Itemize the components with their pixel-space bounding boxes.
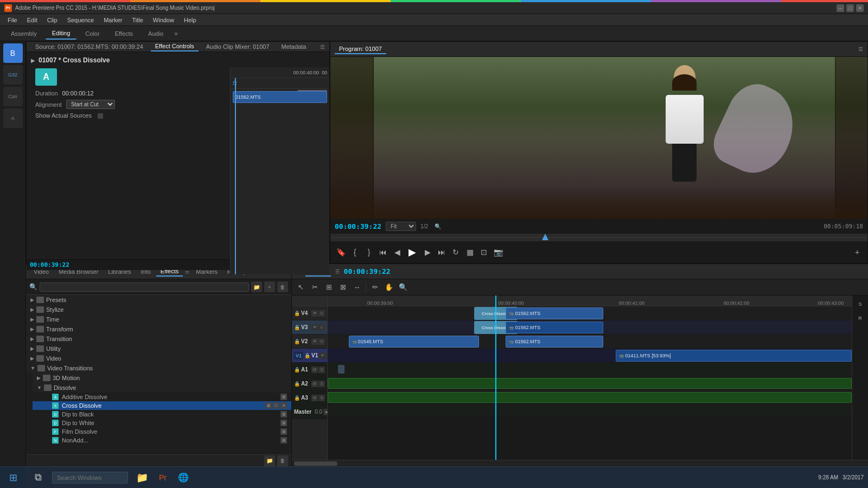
v1-active-indicator[interactable]: V1 — [294, 352, 303, 359]
category-3d-motion-header[interactable]: ▶ 3D Motion — [33, 373, 291, 383]
new-effect-button[interactable]: + — [264, 281, 275, 292]
slip-tool[interactable]: ↔ — [350, 281, 363, 294]
program-menu-icon[interactable]: ☰ — [858, 46, 863, 52]
workspace-color[interactable]: Color — [79, 28, 106, 39]
v2-lock-icon[interactable]: 🔒 — [294, 339, 300, 344]
ripple-tool[interactable]: ⊞ — [322, 281, 335, 294]
taskbar-chrome[interactable]: 🌐 — [174, 468, 193, 487]
menu-window[interactable]: Window — [149, 16, 178, 24]
add-marker-button[interactable]: 🔖 — [335, 246, 347, 258]
v4-eye-icon[interactable]: 👁 — [311, 310, 318, 317]
minimize-button[interactable]: ─ — [837, 4, 844, 12]
roll-tool[interactable]: ⊠ — [336, 281, 349, 294]
panel-menu-icon[interactable]: ☰ — [320, 44, 325, 50]
a2-s-icon[interactable]: S — [318, 381, 325, 387]
effects-search-input[interactable] — [40, 282, 249, 292]
a1-lock-icon[interactable]: 🔒 — [294, 367, 300, 373]
delete-effect-button[interactable]: 🗑 — [277, 281, 288, 292]
step-forward-button[interactable]: ▶ — [422, 246, 433, 258]
maximize-button[interactable]: □ — [846, 4, 854, 12]
v3-sync-icon[interactable]: ⊙ — [318, 324, 325, 331]
v1-lock-icon[interactable]: 🔒 — [304, 353, 310, 358]
workspace-assembly[interactable]: Assembly — [4, 28, 43, 39]
timeline-content[interactable]: 00:00:39:00 00:00:40:00 00:00:41:00 00:0… — [328, 296, 852, 460]
a3-s-icon[interactable]: S — [318, 395, 325, 401]
tab-audio-mixer[interactable]: Audio Clip Mixer: 01007 — [202, 42, 274, 51]
workspace-more[interactable]: » — [174, 30, 178, 37]
a2-lock-icon[interactable]: 🔒 — [294, 381, 300, 387]
duration-value[interactable]: 00:00:00:12 — [62, 90, 94, 97]
category-transform-header[interactable]: ▶ Transform — [26, 324, 291, 334]
v4-lock-icon[interactable]: 🔒 — [294, 311, 300, 316]
start-button[interactable]: ⊞ — [0, 467, 26, 489]
v3-eye-icon[interactable]: 👁 — [311, 324, 318, 331]
clip-v3-01562[interactable]: 📹 01562.MTS — [506, 322, 603, 333]
program-scrubber[interactable] — [330, 234, 867, 241]
tl-right-r[interactable]: R — [854, 312, 867, 325]
v3-lock-icon[interactable]: 🔒 — [294, 325, 300, 330]
a1-s-icon[interactable]: S — [318, 367, 325, 373]
safe-margin-button[interactable]: ▦ — [464, 246, 476, 258]
menu-marker[interactable]: Marker — [99, 16, 126, 24]
a1-m-icon[interactable]: M — [311, 367, 318, 373]
out-point-button[interactable]: } — [363, 246, 375, 258]
clip-v2-01545[interactable]: 📹 01545.MTS — [349, 336, 479, 348]
pen-tool[interactable]: ✏ — [368, 281, 381, 294]
item-nonadd[interactable]: N NonAdd... ▦ — [33, 436, 291, 445]
play-button[interactable]: ▶ — [405, 245, 419, 259]
sidebar-icon-con[interactable]: Con — [3, 87, 23, 106]
clip-v4-01562[interactable]: 📹 01562.MTS — [506, 307, 603, 319]
a2-m-icon[interactable]: M — [311, 381, 318, 387]
item-film-dissolve[interactable]: F Film Dissolve ▦ — [33, 427, 291, 436]
go-to-in-button[interactable]: ⏮ — [377, 246, 389, 258]
insert-button[interactable]: + — [851, 246, 863, 258]
alignment-select[interactable]: Start at Cut Center at Cut End at Cut — [66, 100, 115, 109]
category-presets-header[interactable]: ▶ Presets — [26, 295, 291, 305]
clip-v1-01411[interactable]: 📹 01411.MTS [53:93%] — [616, 350, 852, 362]
category-video-transitions-header[interactable]: ▼ Video Transitions — [26, 363, 291, 373]
zoom-icon[interactable]: 🔍 — [435, 223, 441, 229]
timeline-scrollbar[interactable] — [292, 460, 868, 466]
sidebar-icon-1[interactable]: G32 — [3, 65, 23, 85]
new-custom-bin-button[interactable]: 📁 — [251, 281, 262, 292]
select-tool[interactable]: ↖ — [294, 281, 307, 294]
fit-select[interactable]: Fit 25% 50% 100% — [386, 222, 416, 231]
a3-m-icon[interactable]: M — [311, 395, 318, 401]
workspace-audio[interactable]: Audio — [142, 28, 170, 39]
tab-effect-controls[interactable]: Effect Controls — [151, 42, 199, 52]
taskbar-task-view[interactable]: ⧉ — [28, 468, 48, 487]
menu-file[interactable]: File — [3, 16, 22, 24]
category-utility-header[interactable]: ▶ Utility — [26, 344, 291, 354]
taskbar-search-input[interactable] — [52, 472, 128, 484]
window-controls[interactable]: ─ □ ✕ — [837, 4, 864, 12]
effects-new-folder-button[interactable]: 📁 — [264, 455, 275, 466]
go-to-out-button[interactable]: ⏭ — [436, 246, 448, 258]
taskbar-premiere[interactable]: Pr — [153, 468, 173, 487]
output-button[interactable]: ⊡ — [478, 246, 490, 258]
tab-source[interactable]: Source: 01007: 01562.MTS: 00:00:39:24 — [31, 42, 148, 51]
item-dip-black[interactable]: D Dip to Black ▦ — [33, 410, 291, 419]
v1-eye-icon[interactable]: 👁 — [319, 352, 326, 359]
timeline-scroll-thumb[interactable] — [294, 461, 337, 466]
category-transition-header[interactable]: ▶ Transition — [26, 334, 291, 344]
taskbar-file-explorer[interactable]: 📁 — [132, 468, 152, 487]
zoom-tool[interactable]: 🔍 — [397, 281, 410, 294]
menu-edit[interactable]: Edit — [23, 16, 42, 24]
razor-tool[interactable]: ✂ — [308, 281, 321, 294]
category-video-header[interactable]: ▶ Video — [26, 354, 291, 363]
menu-clip[interactable]: Clip — [43, 16, 62, 24]
tab-metadata[interactable]: Metadata — [277, 42, 311, 51]
export-frame-button[interactable]: 📷 — [492, 246, 504, 258]
item-dip-white[interactable]: D Dip to White ▦ — [33, 419, 291, 427]
loop-button[interactable]: ↻ — [450, 246, 462, 258]
menu-sequence[interactable]: Sequence — [63, 16, 99, 24]
item-cross-dissolve[interactable]: X Cross Dissolve ▦ ⊡ ★ — [33, 401, 291, 410]
close-button[interactable]: ✕ — [856, 4, 864, 12]
play-button-small[interactable]: ▶ — [31, 57, 35, 63]
category-time-header[interactable]: ▶ Time — [26, 314, 291, 324]
category-stylize-header[interactable]: ▶ Stylize — [26, 305, 291, 314]
in-point-button[interactable]: { — [349, 246, 361, 258]
item-additive-dissolve[interactable]: A Additive Dissolve ▦ — [33, 393, 291, 401]
a3-lock-icon[interactable]: 🔒 — [294, 395, 300, 401]
hand-tool[interactable]: ✋ — [382, 281, 395, 294]
